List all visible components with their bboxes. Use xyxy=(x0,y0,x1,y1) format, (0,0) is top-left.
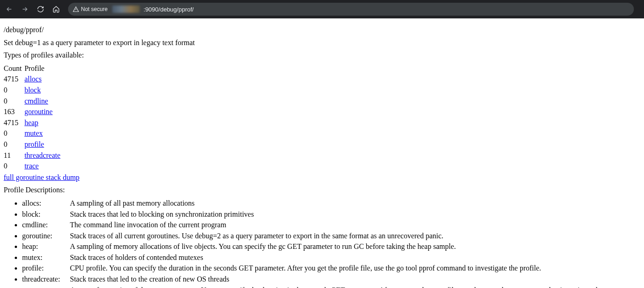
profile-count: 0 xyxy=(4,85,24,96)
description-name: block: xyxy=(22,209,70,219)
full-goroutine-dump-link[interactable]: full goroutine stack dump xyxy=(4,173,80,183)
profile-name-cell: allocs xyxy=(24,74,63,85)
description-name: allocs: xyxy=(22,198,70,208)
list-item: profile:CPU profile. You can specify the… xyxy=(22,263,640,274)
list-item: threadcreate:Stack traces that led to th… xyxy=(22,274,640,285)
redacted-host xyxy=(112,6,140,13)
profile-count: 0 xyxy=(4,128,24,139)
descriptions-list: allocs:A sampling of all past memory all… xyxy=(22,198,640,288)
description-name: profile: xyxy=(22,263,70,273)
profile-link-mutex[interactable]: mutex xyxy=(24,129,43,137)
col-count: Count xyxy=(4,63,24,74)
page-title: /debug/pprof/ xyxy=(4,25,640,35)
profile-count: 4715 xyxy=(4,117,24,128)
home-button[interactable] xyxy=(50,3,63,16)
description-text: Stack traces that led to the creation of… xyxy=(70,274,640,284)
description-name: goroutine: xyxy=(22,231,70,241)
page-subtext: Set debug=1 as a query parameter to expo… xyxy=(4,38,640,48)
list-item: mutex:Stack traces of holders of contend… xyxy=(22,252,640,263)
profile-name-cell: block xyxy=(24,85,63,96)
description-text: Stack traces of all current goroutines. … xyxy=(70,231,640,241)
forward-button[interactable] xyxy=(18,3,31,16)
table-row: 0block xyxy=(4,85,63,96)
profile-name-cell: profile xyxy=(24,139,63,150)
table-row: 0profile xyxy=(4,139,63,150)
url-text: :9090/debug/pprof/ xyxy=(144,6,194,13)
profile-count: 163 xyxy=(4,106,24,117)
list-item: goroutine:Stack traces of all current go… xyxy=(22,230,640,242)
description-text: Stack traces of holders of contended mut… xyxy=(70,253,640,263)
profile-count: 11 xyxy=(4,150,24,161)
profile-link-cmdline[interactable]: cmdline xyxy=(24,97,48,105)
list-item: block:Stack traces that led to blocking … xyxy=(22,209,640,220)
profile-name-cell: goroutine xyxy=(24,106,63,117)
address-bar[interactable]: Not secure :9090/debug/pprof/ xyxy=(68,3,634,16)
profile-name-cell: heap xyxy=(24,117,63,128)
list-item: cmdline:The command line invocation of t… xyxy=(22,219,640,230)
profile-link-goroutine[interactable]: goroutine xyxy=(24,108,52,115)
profile-name-cell: trace xyxy=(24,161,63,172)
description-name: mutex: xyxy=(22,253,70,263)
list-item: heap:A sampling of memory allocations of… xyxy=(22,241,640,252)
browser-chrome: Not secure :9090/debug/pprof/ xyxy=(0,0,644,18)
arrow-left-icon xyxy=(6,6,13,13)
description-text: A sampling of memory allocations of live… xyxy=(70,242,640,252)
profile-count: 0 xyxy=(4,96,24,107)
table-row: 4715allocs xyxy=(4,74,63,85)
table-row: 163goroutine xyxy=(4,106,63,117)
reload-icon xyxy=(37,6,44,13)
col-profile: Profile xyxy=(24,63,63,74)
description-name: cmdline: xyxy=(22,220,70,230)
profile-link-allocs[interactable]: allocs xyxy=(24,75,41,83)
types-label: Types of profiles available: xyxy=(4,50,640,60)
profile-count: 4715 xyxy=(4,74,24,85)
profile-count: 0 xyxy=(4,139,24,150)
table-row: 0mutex xyxy=(4,128,63,139)
description-name: heap: xyxy=(22,242,70,252)
description-text: Stack traces that led to blocking on syn… xyxy=(70,209,640,219)
warning-triangle-icon xyxy=(73,6,79,12)
profile-link-trace[interactable]: trace xyxy=(24,162,39,170)
profile-name-cell: mutex xyxy=(24,128,63,139)
profiles-table: Count Profile 4715allocs0block0cmdline16… xyxy=(4,63,63,172)
list-item: trace:A trace of execution of the curren… xyxy=(22,285,640,288)
description-text: A trace of execution of the current prog… xyxy=(70,285,640,288)
profile-link-threadcreate[interactable]: threadcreate xyxy=(24,151,60,159)
home-icon xyxy=(52,6,60,13)
description-name: threadcreate: xyxy=(22,274,70,284)
table-row: 11threadcreate xyxy=(4,150,63,161)
security-indicator[interactable]: Not secure xyxy=(73,6,108,12)
profile-name-cell: cmdline xyxy=(24,96,63,107)
profile-name-cell: threadcreate xyxy=(24,150,63,161)
table-row: 4715heap xyxy=(4,117,63,128)
reload-button[interactable] xyxy=(34,3,47,16)
back-button[interactable] xyxy=(3,3,16,16)
list-item: allocs:A sampling of all past memory all… xyxy=(22,198,640,209)
profile-link-heap[interactable]: heap xyxy=(24,119,38,127)
profile-link-block[interactable]: block xyxy=(24,86,41,94)
profile-count: 0 xyxy=(4,161,24,172)
table-row: 0cmdline xyxy=(4,96,63,107)
description-text: CPU profile. You can specify the duratio… xyxy=(70,263,640,273)
description-text: The command line invocation of the curre… xyxy=(70,220,640,230)
profile-link-profile[interactable]: profile xyxy=(24,140,44,148)
arrow-right-icon xyxy=(21,6,29,13)
description-name: trace: xyxy=(22,285,70,288)
page-content: /debug/pprof/ Set debug=1 as a query par… xyxy=(0,18,644,288)
description-text: A sampling of all past memory allocation… xyxy=(70,198,640,208)
descriptions-label: Profile Descriptions: xyxy=(4,185,640,195)
table-row: 0trace xyxy=(4,161,63,172)
not-secure-label: Not secure xyxy=(81,6,108,12)
